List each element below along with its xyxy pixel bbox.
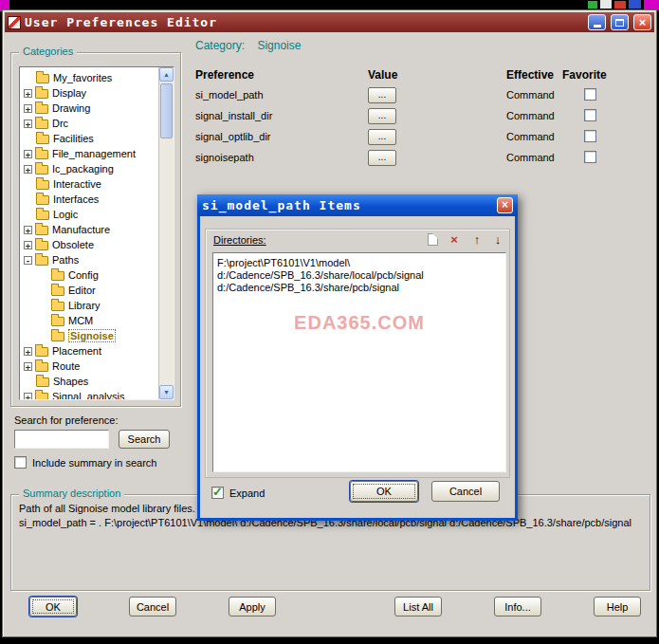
folder-icon [35, 89, 48, 99]
tree-item-placement[interactable]: +Placement [20, 343, 174, 359]
folder-icon [36, 211, 49, 220]
info-button[interactable]: Info... [494, 597, 541, 616]
dialog-cancel-button[interactable]: Cancel [431, 481, 500, 502]
tree-expander-icon[interactable]: - [24, 256, 32, 265]
tree-item-signoise[interactable]: Signoise [20, 328, 174, 343]
tree-item-file-management[interactable]: +File_management [20, 146, 174, 161]
tree-expander-icon[interactable]: + [24, 104, 32, 113]
directory-item[interactable]: d:/Cadence/SPB_16.3/share/pcb/signal [213, 282, 505, 294]
tree-item-manufacture[interactable]: +Manufacture [20, 222, 174, 237]
favorite-checkbox[interactable] [584, 88, 596, 101]
tree-item-label: Ic_packaging [52, 163, 114, 175]
tree-item-label: Shapes [53, 376, 88, 387]
search-input[interactable] [14, 430, 109, 449]
dialog-ok-button[interactable]: OK [350, 481, 418, 502]
tree-item-label: Config [68, 269, 99, 281]
favorite-checkbox[interactable] [584, 130, 596, 142]
tree-item-mcm[interactable]: MCM [20, 313, 174, 328]
tree-item-label: Obsolete [52, 239, 94, 250]
tree-item-drawing[interactable]: +Drawing [20, 101, 174, 116]
folder-icon [35, 362, 48, 372]
tree-item-label: My_favorites [53, 72, 112, 83]
folder-icon [35, 256, 48, 266]
effective-value: Command [506, 110, 562, 121]
maximize-button[interactable] [611, 14, 629, 30]
folder-icon [51, 286, 64, 296]
tree-item-label: MCM [68, 315, 93, 326]
tree-item-label: Placement [52, 345, 101, 357]
dialog-close-button[interactable]: × [497, 197, 513, 213]
move-down-button[interactable]: ↓ [489, 232, 506, 248]
expand-checkbox[interactable]: ✓ [211, 487, 224, 499]
folder-icon [51, 317, 64, 326]
tree-scrollbar[interactable]: ▲ ▼ [158, 67, 174, 399]
si-model-path-items-dialog: si_model_path Items × Directories: × ↑ ↓… [197, 194, 518, 521]
favorite-checkbox[interactable] [584, 109, 596, 121]
tree-item-config[interactable]: Config [20, 267, 174, 283]
tree-item-drc[interactable]: +Drc [20, 116, 174, 131]
table-row-signal-install-dir: signal_install_dir ... Command [195, 105, 632, 126]
scroll-down-button[interactable]: ▼ [159, 385, 174, 399]
tree-expander-icon[interactable]: + [24, 347, 32, 356]
value-browse-button[interactable]: ... [368, 87, 396, 103]
tree-expander-icon[interactable]: + [24, 362, 32, 371]
category-header: Category: Signoise [195, 39, 301, 52]
tree-item-interfaces[interactable]: Interfaces [20, 192, 174, 207]
close-button[interactable]: × [633, 14, 651, 30]
cancel-button[interactable]: Cancel [129, 597, 176, 616]
tree-expander-icon[interactable]: + [24, 120, 32, 128]
column-header-preference: Preference [195, 68, 368, 82]
apply-button[interactable]: Apply [229, 597, 276, 616]
directories-list[interactable]: F:\project\PT6101\V1\model\ d:/Cadence/S… [212, 252, 506, 472]
list-all-button[interactable]: List All [394, 597, 442, 616]
value-browse-button[interactable]: ... [368, 129, 396, 145]
ok-button[interactable]: OK [29, 597, 77, 616]
screen-artifact [614, 1, 626, 9]
tree-item-library[interactable]: Library [20, 298, 174, 313]
tree-item-route[interactable]: +Route [20, 359, 174, 374]
favorite-checkbox[interactable] [584, 151, 596, 163]
tree-expander-icon[interactable]: + [24, 393, 32, 401]
move-up-button[interactable]: ↑ [468, 232, 485, 248]
categories-tree: My_favorites +Display +Drawing +Drc Faci… [19, 66, 174, 400]
summary-description: Path of all Signoise model library files… [19, 503, 195, 514]
folder-icon [35, 150, 48, 159]
tree-item-signal-analysis[interactable]: +Signal_analysis [20, 389, 174, 400]
tree-expander-icon[interactable]: + [24, 241, 32, 249]
dialog-titlebar[interactable]: si_model_path Items × [197, 194, 518, 216]
new-item-button[interactable] [424, 232, 441, 248]
tree-item-label: Drawing [52, 102, 90, 114]
directory-item[interactable]: F:\project\PT6101\V1\model\ [213, 257, 505, 269]
folder-icon [35, 104, 48, 114]
table-row-signal-optlib-dir: signal_optlib_dir ... Command [195, 126, 632, 147]
tree-item-facilities[interactable]: Facilities [20, 131, 174, 146]
tree-item-ic-packaging[interactable]: +Ic_packaging [20, 161, 174, 176]
tree-item-logic[interactable]: Logic [20, 207, 174, 222]
value-browse-button[interactable]: ... [368, 150, 396, 166]
include-summary-checkbox[interactable] [14, 456, 27, 469]
tree-expander-icon[interactable]: + [24, 226, 32, 234]
scroll-up-button[interactable]: ▲ [159, 67, 174, 82]
tree-expander-icon[interactable]: + [24, 89, 32, 98]
tree-item-label: Paths [52, 254, 79, 266]
scroll-thumb[interactable] [160, 83, 173, 138]
tree-expander-icon[interactable]: + [24, 165, 32, 174]
maximize-icon [615, 19, 624, 27]
main-titlebar[interactable]: User Preferences Editor × [5, 12, 654, 32]
tree-expander-icon[interactable]: + [24, 150, 32, 158]
tree-item-editor[interactable]: Editor [20, 283, 174, 298]
screen-artifact [629, 0, 641, 9]
tree-item-paths[interactable]: -Paths [20, 252, 174, 267]
directory-item[interactable]: d:/Cadence/SPB_16.3/share/local/pcb/sign… [213, 269, 505, 282]
tree-item-obsolete[interactable]: +Obsolete [20, 237, 174, 252]
tree-item-display[interactable]: +Display [20, 85, 174, 101]
tree-item-my-favorites[interactable]: My_favorites [20, 70, 174, 85]
category-value: Signoise [257, 39, 301, 52]
help-button[interactable]: Help [594, 597, 641, 616]
minimize-button[interactable] [588, 14, 606, 30]
delete-button[interactable]: × [446, 232, 463, 248]
tree-item-interactive[interactable]: Interactive [20, 176, 174, 192]
value-browse-button[interactable]: ... [368, 108, 396, 124]
search-button[interactable]: Search [119, 430, 170, 449]
tree-item-shapes[interactable]: Shapes [20, 374, 174, 389]
